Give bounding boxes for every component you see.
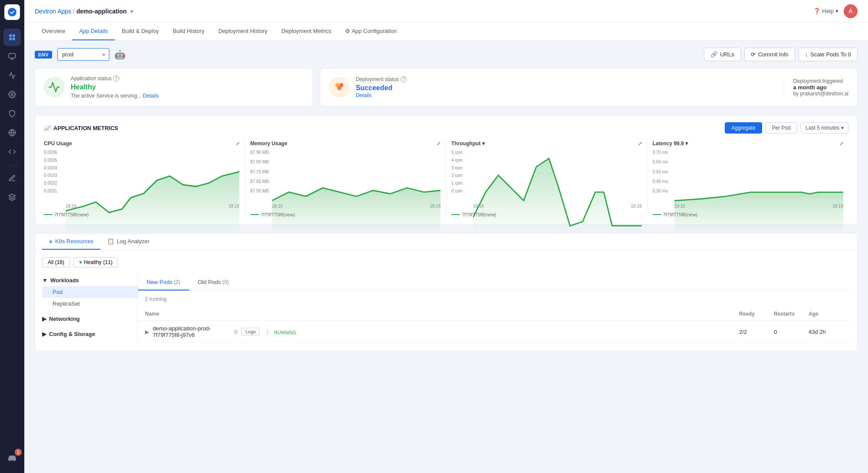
tab-app-details[interactable]: App Details	[72, 23, 115, 40]
logo[interactable]	[4, 4, 20, 20]
deployment-status-content: Deployment status ? Succeeded Details	[356, 76, 775, 98]
app-status-desc: The active Service is serving... Details	[71, 93, 304, 99]
tab-overview[interactable]: Overview	[35, 23, 72, 40]
sidebar-item-dashboard[interactable]	[3, 29, 21, 46]
svg-marker-8	[9, 194, 16, 198]
throughput-chart-area: 5 rpm4 rpm3 rpm2 rpm1 rpm0 rpm	[451, 150, 642, 202]
deployment-status-help-icon[interactable]: ?	[401, 76, 407, 82]
help-circle-icon: ❓	[813, 8, 820, 14]
sidebar-tree: ▼ Workloads Pod ReplicaSet ▶ Networking	[42, 274, 138, 343]
tab-app-configuration[interactable]: ⚙ App Configuration	[338, 23, 404, 40]
latency-expand-icon[interactable]: ⤢	[839, 141, 843, 147]
tab-deployment-metrics[interactable]: Deployment Metrics	[274, 23, 338, 40]
chevron-down-icon[interactable]: ▾	[130, 8, 133, 15]
env-actions: 🔗 URLs ⟳ Commit Info ↓ Scale Pods To 0	[704, 48, 858, 61]
app-status-title: Application status ?	[71, 75, 304, 82]
help-button[interactable]: ❓ Help ▾	[813, 8, 838, 14]
networking-header[interactable]: ▶ Networking	[42, 313, 138, 325]
commit-icon: ⟳	[751, 51, 756, 58]
memory-chart-title: Memory Usage ⤢	[250, 140, 441, 147]
svg-rect-5	[9, 53, 16, 58]
sidebar: 1	[0, 0, 24, 473]
env-select[interactable]: prod	[57, 48, 109, 61]
sidebar-item-apps[interactable]	[3, 48, 21, 65]
cpu-expand-icon[interactable]: ⤢	[236, 141, 240, 147]
deployment-trigger-label: Deployment triggered	[793, 78, 848, 84]
nav-tabs: Overview App Details Build & Deploy Buil…	[24, 23, 868, 41]
chevron-down-icon: ▾	[841, 125, 844, 131]
pod-more-icon[interactable]: ⋮	[265, 329, 270, 335]
app-status-help-icon[interactable]: ?	[113, 75, 119, 82]
filter-all-button[interactable]: All (18)	[42, 257, 70, 267]
filter-healthy-button[interactable]: ♥ Healthy (11)	[73, 257, 118, 267]
time-range-label: Last 5 minutes	[806, 125, 839, 131]
env-bar: ENV prod 🤖 🔗 URLs ⟳ Commit Info ↓ Scal	[35, 48, 858, 61]
latency-legend-line	[653, 214, 661, 215]
workloads-header[interactable]: ▼ Workloads	[42, 274, 138, 286]
metrics-section: 📈 APPLICATION METRICS Aggregate Per Pod …	[35, 115, 858, 225]
avatar[interactable]: A	[844, 4, 858, 18]
breadcrumb-org[interactable]: Devtron Apps	[35, 8, 71, 15]
metrics-controls: Aggregate Per Pod Last 5 minutes ▾	[725, 122, 848, 134]
memory-expand-icon[interactable]: ⤢	[437, 141, 441, 147]
sidebar-item-layers[interactable]	[3, 189, 21, 206]
memory-y-labels: 87.90 MB87.80 MB87.70 MB87.60 MB87.50 MB	[250, 150, 269, 193]
workloads-collapse-icon: ▼	[42, 277, 48, 284]
svg-rect-4	[13, 38, 15, 40]
tree-item-pod[interactable]: Pod	[42, 286, 138, 298]
metrics-chart-icon: 📈	[44, 125, 51, 131]
throughput-expand-icon[interactable]: ⤢	[638, 141, 642, 147]
app-status-content: Application status ? Healthy The active …	[71, 75, 304, 99]
memory-usage-chart: Memory Usage ⤢ 87.90 MB87.80 MB87.70 MB8…	[245, 140, 447, 217]
latency-chart: Latency 99.9 ▾ ⤢ 0.70 ms0.60 ms0.50 ms0.…	[648, 140, 849, 217]
scale-pods-button[interactable]: ↓ Scale Pods To 0	[799, 48, 858, 61]
sidebar-item-network[interactable]	[3, 124, 21, 141]
old-pods-tab[interactable]: Old Pods (0)	[189, 274, 238, 290]
per-pod-button[interactable]: Per Pod	[766, 122, 797, 134]
time-range-button[interactable]: Last 5 minutes ▾	[801, 122, 848, 134]
new-pods-tab[interactable]: New Pods (2)	[138, 274, 189, 290]
pods-table-header: Name Ready Restarts Age	[138, 307, 850, 321]
resources-layout: ▼ Workloads Pod ReplicaSet ▶ Networking	[42, 274, 850, 343]
aggregate-button[interactable]: Aggregate	[725, 122, 762, 134]
config-storage-header[interactable]: ▶ Config & Storage	[42, 328, 138, 340]
commit-info-button[interactable]: ⟳ Commit Info	[744, 48, 795, 61]
latency-y-labels: 0.70 ms0.60 ms0.50 ms0.40 ms0.30 ms	[653, 150, 668, 193]
throughput-y-labels: 5 rpm4 rpm3 rpm2 rpm1 rpm0 rpm	[451, 150, 463, 193]
k8s-icon: ⎈	[49, 238, 53, 245]
topbar: Devtron Apps / demo-application ▾ ❓ Help…	[24, 0, 868, 23]
sidebar-item-code[interactable]	[3, 143, 21, 160]
deployment-status-details-link[interactable]: Details	[356, 92, 372, 98]
pod-ready: 2/2	[739, 329, 774, 335]
content-area: ENV prod 🤖 🔗 URLs ⟳ Commit Info ↓ Scal	[24, 41, 868, 473]
throughput-chart-title: Throughput ▾ ⤢	[451, 140, 642, 147]
sidebar-item-chart[interactable]	[3, 67, 21, 84]
tab-build-deploy[interactable]: Build & Deploy	[115, 23, 166, 40]
cpu-chart-title: CPU Usage ⤢	[44, 140, 240, 147]
copy-icon[interactable]: ⎘	[234, 329, 238, 335]
memory-chart-svg	[272, 150, 441, 234]
tab-build-history[interactable]: Build History	[166, 23, 211, 40]
networking-section: ▶ Networking	[42, 313, 138, 325]
cpu-usage-chart: CPU Usage ⤢ 0.00360.00350.00340.00330.00…	[44, 140, 245, 217]
memory-legend-line	[250, 214, 259, 215]
sidebar-item-settings2[interactable]	[3, 170, 21, 187]
pod-expand-chevron[interactable]: ▶	[145, 329, 149, 335]
discord-button[interactable]: 1	[3, 450, 21, 467]
svg-point-11	[337, 86, 341, 90]
pod-restarts: 0	[774, 329, 809, 335]
sidebar-item-gear[interactable]	[3, 86, 21, 103]
throughput-chart: Throughput ▾ ⤢ 5 rpm4 rpm3 rpm2 rpm1 rpm…	[446, 140, 648, 217]
logs-button[interactable]: Logs	[241, 328, 260, 336]
app-status-details-link[interactable]: Details	[143, 93, 159, 99]
tab-deployment-history[interactable]: Deployment History	[211, 23, 274, 40]
urls-button[interactable]: 🔗 URLs	[704, 48, 741, 61]
breadcrumb-separator: /	[73, 8, 75, 15]
cpu-legend-line	[44, 214, 53, 215]
tree-item-replicaset[interactable]: ReplicaSet	[42, 298, 138, 310]
throughput-legend-line	[451, 214, 460, 215]
robot-icon[interactable]: 🤖	[115, 49, 125, 60]
status-cards: Application status ? Healthy The active …	[35, 68, 858, 106]
sidebar-item-shield[interactable]	[3, 105, 21, 122]
topbar-right: ❓ Help ▾ A	[813, 4, 858, 18]
